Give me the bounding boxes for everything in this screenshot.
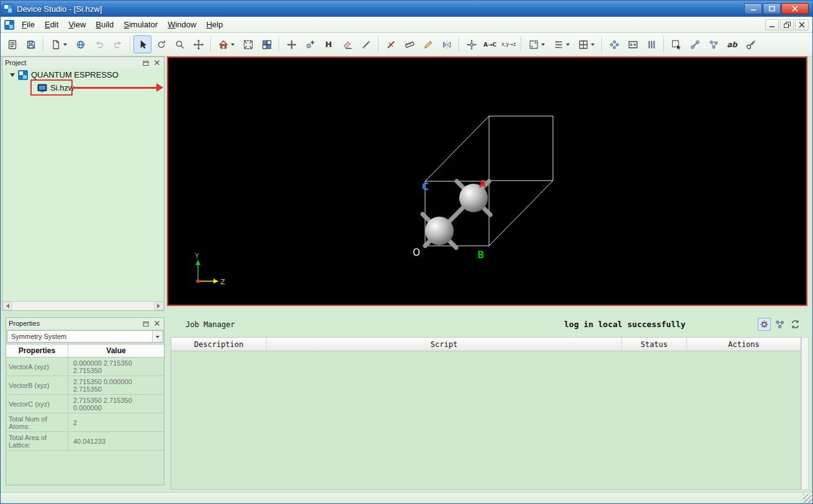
triad-y-label: Y [194,252,199,260]
select-button[interactable] [133,35,151,53]
table-row: VectorC (xyz) 2.715350 2.715350 0.000000 [6,395,164,413]
build-crystal-button[interactable] [524,35,549,53]
close-panel-button[interactable] [153,320,161,328]
add-atom-button[interactable] [282,35,300,53]
close-button[interactable] [781,3,809,14]
build-heterostructure-button[interactable] [642,35,660,53]
break-bond-button[interactable] [382,35,400,53]
property-value: 2 [68,413,164,431]
measure-button[interactable] [400,35,418,53]
new-project-button[interactable] [3,35,21,53]
minimize-button[interactable] [744,3,762,14]
set-coordinates-button[interactable]: x,y→z [500,35,518,53]
project-tree: QUANTUM ESPRESSO Si.hzw [2,68,164,301]
job-table-header: Description Script Status Actions [171,337,801,351]
annotation-arrow-head [156,83,163,92]
symmetry-system-select[interactable]: Symmetry System [7,330,163,343]
rotate-view-button[interactable] [152,35,170,53]
add-fragment-button[interactable] [301,35,319,53]
save-icon [25,39,37,50]
job-refresh-button[interactable] [789,318,802,331]
close-icon [154,320,160,326]
fit-view-icon [243,39,254,50]
eraser-icon [342,39,353,50]
undo-button[interactable] [90,35,108,53]
mirror-button[interactable] [438,35,456,53]
label-ab-button[interactable]: ab [723,35,741,53]
scroll-right-button[interactable] [154,302,164,310]
build-cluster-button[interactable] [605,35,623,53]
column-header-description[interactable]: Description [171,338,267,351]
menu-file[interactable]: File [17,17,40,32]
atom-si-1[interactable] [425,217,454,245]
menu-build[interactable]: Build [91,17,119,32]
column-header-actions[interactable]: Actions [687,338,801,351]
toolbar-separator [130,37,130,52]
ruler-icon [404,39,415,50]
structure-canvas[interactable]: C A B O Y Z [168,58,806,305]
job-network-button[interactable] [773,318,786,331]
dropdown-arrow-icon[interactable] [63,43,67,48]
mdi-close-button[interactable] [795,19,809,30]
zoom-button[interactable] [171,35,189,53]
save-button[interactable] [22,35,40,53]
column-header-value[interactable]: Value [68,344,164,357]
job-settings-button[interactable] [758,318,771,331]
mdi-restore-button[interactable] [780,19,794,30]
align-atoms-button[interactable] [549,35,573,53]
tree-node-quantum-espresso[interactable]: QUANTUM ESPRESSO [2,68,164,81]
column-header-script[interactable]: Script [267,338,622,351]
add-hydrogen-button[interactable]: H [320,35,338,53]
pan-button[interactable] [189,35,207,53]
fit-view-button[interactable] [239,35,257,53]
3d-viewport[interactable]: C A B O Y Z [167,56,807,306]
job-manager-title: Job Manager [186,320,235,329]
dropdown-arrow-icon[interactable] [566,43,570,48]
dropdown-arrow-icon[interactable] [591,43,595,48]
menu-window[interactable]: Window [163,17,201,32]
bond-tool-button[interactable] [686,35,704,53]
redo-button[interactable] [109,35,127,53]
crystal-icon [528,39,539,50]
molecule-tool-button[interactable] [704,35,722,53]
maximize-button[interactable] [763,3,781,14]
toolbar-separator [459,37,459,52]
expander-icon[interactable] [10,73,15,79]
erase-button[interactable] [338,35,356,53]
new-file-button[interactable] [47,35,71,53]
combo-dropdown-button[interactable] [152,331,163,342]
move-atoms-button[interactable] [462,35,480,53]
home-view-button[interactable] [214,35,238,53]
change-element-button[interactable]: A→C [481,35,499,53]
menu-simulator[interactable]: Simulator [119,17,163,32]
build-supercell-button[interactable] [574,35,598,53]
job-table-scrollbar[interactable] [801,337,809,490]
close-panel-button[interactable] [153,59,161,67]
menu-edit[interactable]: Edit [40,17,63,32]
draw-bond-button[interactable] [357,35,375,53]
undock-panel-button[interactable] [141,320,150,328]
sketch-button[interactable] [419,35,437,53]
column-header-properties[interactable]: Properties [6,344,68,357]
property-name: VectorC (xyz) [6,395,68,413]
open-workspace-button[interactable] [71,35,89,53]
resize-grip[interactable] [803,494,812,503]
undock-icon [143,60,150,66]
dropdown-arrow-icon[interactable] [231,43,235,48]
table-row: VectorB (xyz) 2.715350 0.000000 2.715350 [6,376,164,395]
scroll-left-button[interactable] [2,302,12,310]
horizontal-scrollbar[interactable] [2,301,164,310]
tile-windows-button[interactable] [258,35,276,53]
adjust-tool-button[interactable] [742,35,760,53]
mdi-minimize-button[interactable] [765,19,779,30]
pencil-icon [423,39,434,50]
undock-panel-button[interactable] [141,59,150,67]
column-header-status[interactable]: Status [622,338,687,351]
menu-view[interactable]: View [63,17,91,32]
break-bond-icon [385,39,397,50]
home-icon [218,39,229,50]
select-region-button[interactable] [667,35,685,53]
build-nanostructure-button[interactable] [624,35,642,53]
menu-help[interactable]: Help [201,17,228,32]
dropdown-arrow-icon[interactable] [541,43,545,48]
